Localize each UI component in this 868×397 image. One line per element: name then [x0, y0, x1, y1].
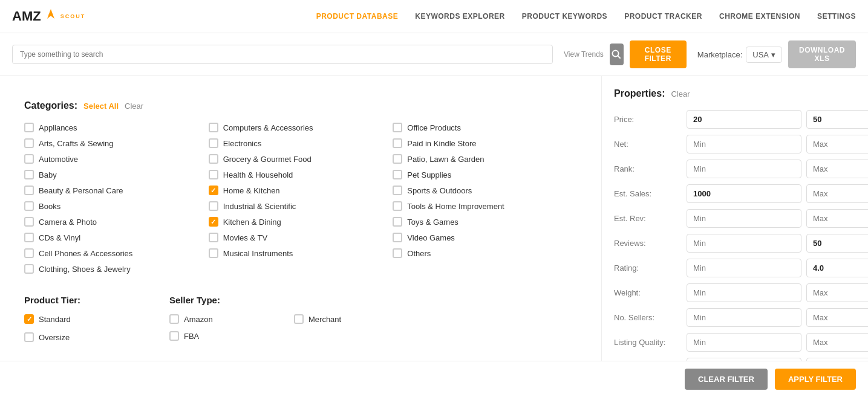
category-label: Kitchen & Dining: [223, 218, 281, 227]
category-checkbox[interactable]: [209, 154, 218, 164]
category-checkbox[interactable]: [209, 170, 218, 179]
download-xls-button[interactable]: DOWNLOAD XLS: [788, 40, 856, 68]
category-checkbox[interactable]: [24, 233, 34, 242]
category-checkbox[interactable]: [24, 264, 34, 274]
category-checkbox[interactable]: [393, 233, 402, 242]
property-min-input[interactable]: [687, 259, 801, 277]
select-all-link[interactable]: Select All: [83, 102, 119, 111]
category-checkbox[interactable]: [209, 217, 218, 227]
seller-checkbox[interactable]: [169, 331, 179, 341]
category-item: Cell Phones & Accessories: [24, 245, 209, 261]
category-checkbox[interactable]: [393, 138, 402, 148]
category-checkbox[interactable]: [24, 248, 34, 258]
category-checkbox[interactable]: [393, 123, 402, 132]
category-label: Grocery & Gourmet Food: [223, 155, 312, 164]
category-item: Tools & Home Improvement: [393, 198, 577, 214]
property-max-input[interactable]: [806, 259, 868, 277]
property-max-input[interactable]: [806, 234, 868, 253]
category-item: Musical Instruments: [209, 245, 393, 261]
property-min-input[interactable]: [687, 110, 801, 129]
apply-filter-button[interactable]: APPLY FILTER: [775, 369, 856, 390]
properties-title: Properties:: [614, 88, 665, 99]
logo-scout: SCOUT: [60, 14, 86, 19]
category-checkbox[interactable]: [24, 186, 34, 195]
category-checkbox[interactable]: [393, 154, 402, 164]
category-checkbox[interactable]: [209, 186, 218, 195]
category-label: Musical Instruments: [223, 249, 293, 258]
property-min-input[interactable]: [687, 283, 801, 302]
category-checkbox[interactable]: [24, 170, 34, 179]
category-checkbox[interactable]: [209, 138, 218, 148]
property-max-input[interactable]: [806, 283, 868, 302]
properties-clear[interactable]: Clear: [671, 89, 690, 98]
category-checkbox[interactable]: [24, 154, 34, 164]
category-item: Video Games: [393, 230, 577, 245]
properties-table: Price:?Net:?Rank:?Est. Sales:?Est. Rev:?…: [614, 110, 856, 376]
property-min-input[interactable]: [687, 209, 801, 228]
category-checkbox[interactable]: [393, 186, 402, 195]
chevron-down-icon: ▾: [771, 50, 775, 59]
category-item: Health & Household: [209, 167, 393, 182]
categories-section: Categories: Select All Clear AppliancesA…: [12, 88, 589, 283]
category-checkbox[interactable]: [209, 248, 218, 258]
category-label: CDs & Vinyl: [39, 233, 80, 242]
nav-product-database[interactable]: PRODUCT DATABASE: [316, 12, 399, 21]
category-checkbox[interactable]: [24, 201, 34, 211]
tier-label: Oversize: [39, 333, 70, 342]
tier-checkbox[interactable]: [24, 314, 34, 324]
toolbar: View Trends CLOSE FILTER Marketplace: US…: [0, 33, 868, 76]
property-max-input[interactable]: [806, 110, 868, 129]
category-checkbox[interactable]: [393, 248, 402, 258]
categories-clear[interactable]: Clear: [125, 102, 143, 111]
property-label: Weight:: [614, 288, 687, 297]
category-label: Sports & Outdoors: [407, 186, 472, 195]
clear-filter-button[interactable]: CLEAR FILTER: [685, 369, 768, 390]
category-checkbox[interactable]: [393, 170, 402, 179]
seller-checkbox[interactable]: [169, 314, 179, 324]
property-inputs: ?: [687, 308, 868, 327]
nav-chrome-extension[interactable]: CHROME EXTENSION: [719, 12, 800, 21]
seller-item: Amazon: [169, 312, 290, 326]
navbar: AMZ SCOUT PRODUCT DATABASE KEYWORDS EXPL…: [0, 0, 868, 33]
category-checkbox[interactable]: [209, 233, 218, 242]
property-max-input[interactable]: [806, 333, 868, 352]
property-label: Rank:: [614, 164, 687, 173]
category-label: Patio, Lawn & Garden: [407, 155, 484, 164]
seller-checkbox[interactable]: [294, 314, 304, 324]
property-min-input[interactable]: [687, 160, 801, 178]
property-max-input[interactable]: [806, 184, 868, 203]
close-filter-button[interactable]: CLOSE FILTER: [630, 40, 687, 68]
property-inputs: ?: [687, 259, 868, 277]
nav-settings[interactable]: SETTINGS: [817, 12, 856, 21]
category-checkbox[interactable]: [24, 123, 34, 132]
property-max-input[interactable]: [806, 160, 868, 178]
tier-checkbox[interactable]: [24, 332, 34, 342]
category-checkbox[interactable]: [209, 201, 218, 211]
search-input[interactable]: [12, 45, 553, 64]
categories-col3: Office ProductsPaid in Kindle StorePatio…: [393, 120, 577, 277]
search-button[interactable]: [610, 44, 624, 65]
category-checkbox[interactable]: [24, 138, 34, 148]
category-item: Movies & TV: [209, 230, 393, 245]
view-trends[interactable]: View Trends: [564, 50, 604, 59]
property-inputs: ?: [687, 333, 868, 352]
property-max-input[interactable]: [806, 135, 868, 153]
property-max-input[interactable]: [806, 308, 868, 327]
property-label: Net:: [614, 140, 687, 149]
category-checkbox[interactable]: [24, 217, 34, 227]
property-min-input[interactable]: [687, 308, 801, 327]
nav-keywords-explorer[interactable]: KEYWORDS EXPLORER: [415, 12, 505, 21]
category-checkbox[interactable]: [393, 201, 402, 211]
property-min-input[interactable]: [687, 135, 801, 153]
category-checkbox[interactable]: [393, 217, 402, 227]
nav-product-keywords[interactable]: PRODUCT KEYWORDS: [522, 12, 607, 21]
nav-product-tracker[interactable]: PRODUCT TRACKER: [624, 12, 702, 21]
property-min-input[interactable]: [687, 184, 801, 203]
property-min-input[interactable]: [687, 333, 801, 352]
marketplace-dropdown[interactable]: USA ▾: [746, 47, 782, 63]
property-max-input[interactable]: [806, 209, 868, 228]
category-checkbox[interactable]: [209, 123, 218, 132]
logo: AMZ SCOUT: [12, 8, 85, 25]
property-min-input[interactable]: [687, 234, 801, 253]
seller-label: FBA: [184, 332, 199, 341]
